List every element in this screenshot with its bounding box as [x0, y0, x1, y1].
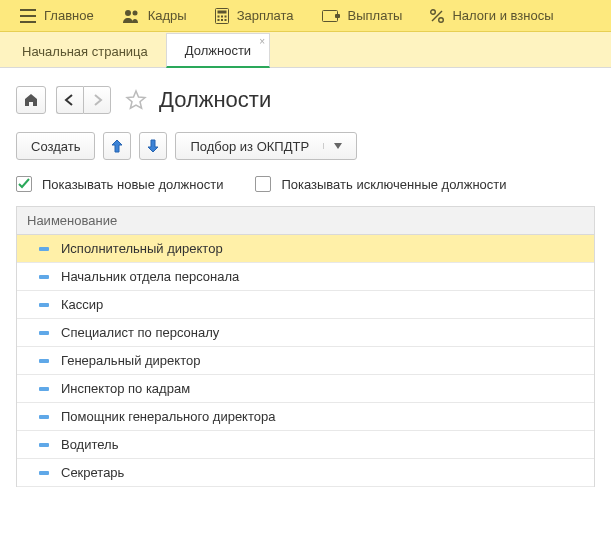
table-row[interactable]: Специалист по персоналу [17, 319, 594, 347]
row-name: Начальник отдела персонала [61, 269, 239, 284]
svg-rect-20 [39, 387, 49, 391]
menu-nalogi[interactable]: Налоги и взносы [416, 0, 567, 32]
arrow-down-icon [147, 139, 159, 153]
checkbox-label: Показывать новые должности [42, 177, 223, 192]
row-name: Исполнительный директор [61, 241, 223, 256]
table-row[interactable]: Секретарь [17, 459, 594, 487]
hamburger-icon [20, 9, 36, 23]
favorite-button[interactable] [125, 89, 147, 111]
table-row[interactable]: Начальник отдела персонала [17, 263, 594, 291]
row-name: Секретарь [61, 465, 124, 480]
tab-positions[interactable]: Должности × [166, 33, 270, 68]
star-icon [125, 89, 147, 111]
svg-rect-16 [39, 275, 49, 279]
menu-main[interactable]: Главное [6, 0, 108, 32]
svg-rect-9 [224, 19, 226, 21]
svg-point-13 [439, 17, 444, 22]
people-icon [122, 9, 140, 23]
svg-rect-6 [224, 15, 226, 17]
checkbox-show-excluded[interactable] [255, 176, 271, 192]
button-label: Подбор из ОКПДТР [190, 139, 309, 154]
move-down-button[interactable] [139, 132, 167, 160]
svg-point-12 [431, 9, 436, 14]
row-name: Инспектор по кадрам [61, 381, 190, 396]
item-icon [39, 387, 49, 391]
button-label: Создать [31, 139, 80, 154]
okpdtr-button[interactable]: Подбор из ОКПДТР [175, 132, 357, 160]
home-button[interactable] [16, 86, 46, 114]
arrow-right-icon [91, 94, 103, 106]
calculator-icon [215, 8, 229, 24]
forward-button[interactable] [83, 86, 111, 114]
svg-rect-18 [39, 331, 49, 335]
move-up-button[interactable] [103, 132, 131, 160]
item-icon [39, 247, 49, 251]
close-icon[interactable]: × [259, 36, 265, 47]
menu-label: Выплаты [348, 8, 403, 23]
table-row[interactable]: Кассир [17, 291, 594, 319]
checkbox-label: Показывать исключенные должности [281, 177, 506, 192]
row-name: Специалист по персоналу [61, 325, 219, 340]
item-icon [39, 303, 49, 307]
home-icon [24, 93, 38, 107]
svg-rect-23 [39, 471, 49, 475]
svg-line-14 [432, 11, 442, 21]
header-cell: Наименование [27, 213, 117, 228]
svg-rect-11 [335, 14, 340, 18]
table-row[interactable]: Водитель [17, 431, 594, 459]
menu-kadry[interactable]: Кадры [108, 0, 201, 32]
svg-rect-15 [39, 247, 49, 251]
svg-point-1 [132, 10, 137, 15]
item-icon [39, 471, 49, 475]
top-menu: Главное Кадры Зарплата Выплаты Налоги и … [0, 0, 611, 32]
svg-rect-19 [39, 359, 49, 363]
svg-rect-7 [217, 19, 219, 21]
title-bar: Должности [16, 86, 595, 114]
row-name: Помощник генерального директора [61, 409, 275, 424]
tab-label: Должности [185, 43, 251, 58]
menu-label: Зарплата [237, 8, 294, 23]
table-row[interactable]: Инспектор по кадрам [17, 375, 594, 403]
arrow-up-icon [111, 139, 123, 153]
positions-table: Наименование Исполнительный директорНача… [16, 206, 595, 487]
svg-rect-3 [217, 10, 226, 13]
toolbar: Создать Подбор из ОКПДТР [16, 132, 595, 160]
arrow-left-icon [64, 94, 76, 106]
table-row[interactable]: Генеральный директор [17, 347, 594, 375]
tab-bar: Начальная страница Должности × [0, 32, 611, 68]
svg-point-0 [125, 10, 131, 16]
svg-rect-5 [221, 15, 223, 17]
create-button[interactable]: Создать [16, 132, 95, 160]
item-icon [39, 275, 49, 279]
row-name: Водитель [61, 437, 118, 452]
checkbox-show-new[interactable] [16, 176, 32, 192]
svg-rect-22 [39, 443, 49, 447]
item-icon [39, 415, 49, 419]
menu-label: Налоги и взносы [452, 8, 553, 23]
wallet-icon [322, 10, 340, 22]
content: Должности Создать Подбор из ОКПДТР Показ… [0, 68, 611, 487]
nav-group [56, 86, 111, 114]
menu-label: Кадры [148, 8, 187, 23]
item-icon [39, 359, 49, 363]
percent-icon [430, 9, 444, 23]
tab-label: Начальная страница [22, 44, 148, 59]
menu-zarplata[interactable]: Зарплата [201, 0, 308, 32]
menu-label: Главное [44, 8, 94, 23]
svg-rect-8 [221, 19, 223, 21]
table-row[interactable]: Исполнительный директор [17, 235, 594, 263]
item-icon [39, 331, 49, 335]
back-button[interactable] [56, 86, 83, 114]
svg-rect-4 [217, 15, 219, 17]
item-icon [39, 443, 49, 447]
filter-row: Показывать новые должности Показывать ис… [16, 176, 595, 192]
svg-rect-17 [39, 303, 49, 307]
tab-home[interactable]: Начальная страница [4, 35, 166, 67]
row-name: Кассир [61, 297, 103, 312]
page-title: Должности [159, 87, 271, 113]
row-name: Генеральный директор [61, 353, 200, 368]
table-row[interactable]: Помощник генерального директора [17, 403, 594, 431]
menu-vyplaty[interactable]: Выплаты [308, 0, 417, 32]
table-header[interactable]: Наименование [17, 207, 594, 235]
caret-down-icon [323, 143, 342, 149]
